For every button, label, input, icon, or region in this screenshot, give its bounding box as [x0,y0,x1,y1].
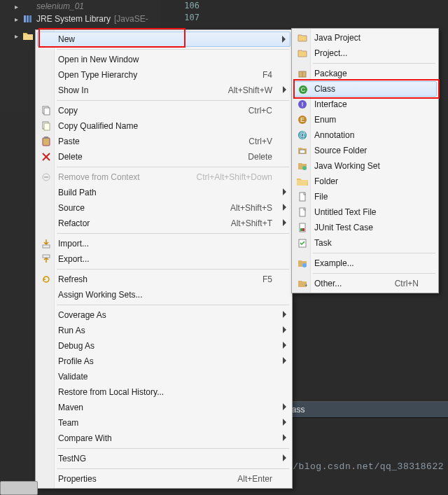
context-menu-item[interactable]: CopyCtrl+C [37,103,290,118]
menu-separator [57,269,289,270]
context-menu-item[interactable]: Run As [37,323,290,338]
context-menu-item-label: Copy [58,106,229,116]
context-menu-item[interactable]: Maven [37,400,290,415]
new-submenu-item[interactable]: +Other...Ctrl+N [293,276,437,291]
context-menu-item[interactable]: TestNG [37,451,290,466]
menu-separator [57,468,289,469]
tree-twist-icon[interactable]: ▸ [13,15,20,23]
new-submenu-item[interactable]: Java Working Set [293,158,437,174]
menu-separator [57,100,289,101]
context-menu-item[interactable]: RefactorAlt+Shift+T [37,216,290,231]
context-menu-item[interactable]: SourceAlt+Shift+S [37,200,290,216]
new-submenu-item-label: Other... [314,279,375,288]
menu-separator [57,167,289,167]
new-submenu-item[interactable]: @Annotation [293,127,437,143]
proj-icon [297,48,308,59]
new-submenu-item[interactable]: Source Folder [293,143,437,158]
context-menu-item[interactable]: Open Type HierarchyF4 [37,67,290,83]
context-menu-item[interactable]: Assign Working Sets... [37,287,290,302]
svg-text:+: + [304,282,307,288]
svg-rect-1 [27,15,29,22]
explorer-row-label: selenium_01 [36,1,84,11]
context-menu-item-label: Run As [58,326,272,335]
context-menu-item-label: Restore from Local History... [58,387,272,397]
context-menu-item-shortcut: Ctrl+V [229,137,272,146]
new-submenu-item[interactable]: File [293,189,437,204]
context-menu-item[interactable]: Debug As [37,338,290,354]
context-menu-item[interactable]: Coverage As [37,307,290,323]
new-submenu-item[interactable]: Project... [293,46,437,61]
context-menu-item[interactable]: Profile As [37,354,290,369]
context-menu-item-label: Show In [58,85,209,95]
svg-rect-6 [44,108,50,115]
svg-text:E: E [300,116,304,123]
new-submenu[interactable]: Java ProjectProject...PackageCClassIInte… [291,28,439,293]
new-submenu-item[interactable]: JUnit Test Case [293,220,437,235]
context-menu-item[interactable]: PasteCtrl+V [37,134,290,149]
new-submenu-item[interactable]: Task [293,235,437,251]
chevron-right-icon [283,434,286,441]
svg-rect-0 [24,15,26,22]
new-submenu-item-label: Task [314,238,419,248]
chevron-right-icon [283,342,286,349]
context-menu-item-label: Properties [58,474,218,484]
context-menu-item[interactable]: Show InAlt+Shift+W [37,83,290,98]
new-submenu-item-label: Class [314,84,418,94]
tree-twist-icon[interactable]: ▸ [13,3,20,11]
context-menu-item-shortcut: Alt+Enter [218,474,272,484]
menu-separator [57,49,289,50]
explorer-row-label: JRE System Library [36,14,111,24]
context-menu-item-label: Delete [58,152,228,162]
new-submenu-item[interactable]: Folder [293,174,437,189]
svg-rect-29 [300,193,305,201]
new-submenu-item[interactable]: Java Project [293,30,437,46]
new-submenu-item[interactable]: IInterface [293,97,437,112]
svg-rect-15 [43,245,50,248]
context-menu-item-shortcut: F5 [243,274,272,284]
explorer-row[interactable]: ▸JRE System Library [JavaSE- [0,13,161,25]
file-icon [297,191,308,202]
tree-twist-icon[interactable]: ▸ [13,32,20,40]
line-numbers: 106107 [161,0,205,24]
new-submenu-item-label: Interface [314,99,419,109]
context-menu-item-label: Team [58,418,272,428]
context-menu-item[interactable]: New [37,32,290,47]
new-submenu-item[interactable]: Untitled Text File [293,204,437,220]
new-submenu-item-label: Project... [314,48,419,58]
new-submenu-item[interactable]: CClass [293,81,437,97]
context-menu-item[interactable]: Restore from Local History... [37,384,290,400]
svg-text:I: I [302,101,304,108]
chevron-right-icon [283,219,286,226]
context-menu-item[interactable]: RefreshF5 [37,272,290,287]
context-menu-item[interactable]: Open in New Window [37,52,290,67]
bottom-scroll-stub [0,481,38,495]
svg-rect-10 [44,137,48,139]
context-menu-item[interactable]: Validate [37,369,290,384]
interface-icon: I [297,99,308,110]
context-menu-item[interactable]: PropertiesAlt+Enter [37,471,290,487]
context-menu-item[interactable]: Copy Qualified Name [37,118,290,134]
context-menu-item[interactable]: DeleteDelete [37,149,290,165]
context-menu[interactable]: NewOpen in New WindowOpen Type Hierarchy… [35,29,293,489]
context-menu-item-label: Profile As [58,356,272,366]
context-menu-item-label: Source [58,203,211,213]
chevron-right-icon [283,311,286,318]
new-submenu-item[interactable]: EEnum [293,112,437,127]
context-menu-item-shortcut: Alt+Shift+T [211,218,272,228]
copy-q-icon [41,120,52,132]
node-icon [23,1,33,11]
folder-icon [297,176,308,187]
context-menu-item[interactable]: Team [37,415,290,431]
new-submenu-item[interactable]: Package [293,66,437,81]
folder-open-icon [23,31,33,41]
context-menu-item-label: Refactor [58,218,211,228]
new-submenu-item[interactable]: Example... [293,256,437,271]
context-menu-item[interactable]: Build Path [37,185,290,200]
context-menu-item[interactable]: Compare With [37,431,290,446]
context-menu-item[interactable]: Export... [37,251,290,267]
import-icon [41,238,52,249]
explorer-row[interactable]: ▸selenium_01 [0,0,161,13]
context-menu-item-label: New [58,34,272,44]
proj-java-icon [297,32,308,43]
context-menu-item[interactable]: Import... [37,236,290,251]
